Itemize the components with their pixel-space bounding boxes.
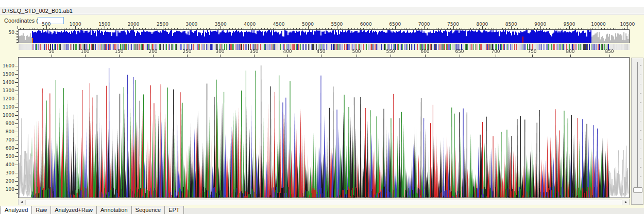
intensity-tick-label: 300	[0, 170, 14, 175]
tab-annotation[interactable]: Annotation	[96, 206, 132, 214]
intensity-tick-label: 1500	[0, 72, 14, 77]
ruler-tick-label: 150	[114, 49, 123, 54]
sequence-viewer-window: D:\SEQ_STD_002_B01.ab1 Coordinates (x,y)…	[0, 0, 644, 214]
slider-scale	[632, 58, 643, 204]
intensity-tick-label: 600	[0, 146, 14, 151]
overview-y-axis-label: 50	[0, 30, 14, 35]
horizontal-scrollbar[interactable]: ◄ ►	[18, 199, 630, 205]
intensity-tick-label: 200	[0, 179, 14, 184]
ruler-tick-label: 250	[182, 49, 191, 54]
scroll-right-icon[interactable]: ►	[623, 199, 629, 205]
ruler-tick-label: 350	[249, 49, 258, 54]
intensity-tick-label: 1000	[0, 113, 14, 118]
vertical-zoom-slider[interactable]	[631, 58, 643, 205]
scroll-left-icon[interactable]: ◄	[19, 199, 25, 205]
document-title: D:\SEQ_STD_002_B01.ab1	[2, 8, 73, 14]
ruler-tick-label: 650	[455, 49, 464, 54]
intensity-tick-label: 800	[0, 129, 14, 134]
ruler-tick-label: 600	[420, 49, 429, 54]
intensity-tick-label: 100	[0, 187, 14, 192]
view-tab-bar: AnalyzedRawAnalyzed+RawAnnotationSequenc…	[1, 206, 184, 214]
ruler-tick-label: 500	[352, 49, 361, 54]
ruler-tick-label: 850	[605, 49, 614, 54]
tab-analyzed[interactable]: Analyzed	[1, 206, 32, 214]
ruler-tick-label: 550	[386, 49, 395, 54]
horizontal-scrollbar-thumb[interactable]	[25, 200, 622, 205]
ruler-tick-label: 100	[80, 49, 89, 54]
ruler-tick-label: 450	[316, 49, 325, 54]
ruler-tick-label: 750	[528, 49, 536, 54]
document-title-bar: D:\SEQ_STD_002_B01.ab1	[0, 7, 644, 14]
tab-analyzed-raw[interactable]: Analyzed+Raw	[50, 206, 97, 214]
chromatogram-canvas[interactable]	[19, 58, 629, 198]
ruler-tick-label: 50	[48, 49, 54, 54]
ruler-tick-label: 700	[491, 49, 500, 54]
intensity-tick-label: 700	[0, 137, 14, 142]
slider-thumb[interactable]	[633, 187, 642, 193]
intensity-tick-label: 1600	[0, 63, 14, 68]
intensity-tick-label: 500	[0, 154, 14, 159]
intensity-tick-label: 900	[0, 121, 14, 126]
tab-raw[interactable]: Raw	[31, 206, 51, 214]
chromatogram-plot-box	[18, 57, 630, 198]
intensity-tick-label: 1100	[0, 104, 14, 110]
overview-histogram-box	[18, 29, 630, 43]
intensity-tick-label: 1200	[0, 96, 14, 101]
tab-ept[interactable]: EPT	[164, 206, 183, 214]
tab-sequence[interactable]: Sequence	[131, 206, 165, 214]
ruler-tick-label: 400	[283, 49, 292, 54]
ruler-tick-label: 300	[215, 49, 224, 54]
intensity-tick-label: 1400	[0, 80, 14, 85]
intensity-tick-label: 1300	[0, 88, 14, 93]
ruler-tick-label: 800	[566, 49, 574, 54]
ruler-tick-label: 200	[148, 49, 157, 54]
intensity-tick-label: 400	[0, 162, 14, 167]
overview-histogram-canvas[interactable]	[19, 30, 629, 43]
